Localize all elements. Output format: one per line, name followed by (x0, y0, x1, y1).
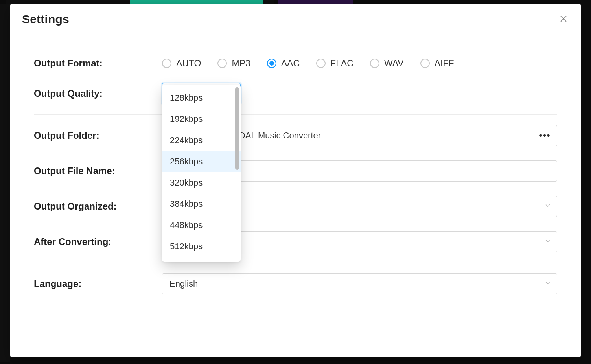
radio-option-aiff[interactable]: AIFF (420, 58, 454, 69)
label-output-organized: Output Organized: (34, 201, 162, 212)
radio-circle-icon (370, 59, 379, 68)
radio-dot-icon (269, 61, 274, 66)
modal-body: Output Format: AUTOMP3AACFLACWAVAIFF Out… (10, 35, 581, 317)
radio-circle-icon (162, 59, 171, 68)
radio-option-auto[interactable]: AUTO (162, 58, 201, 69)
radio-circle-icon (267, 59, 276, 68)
quality-option-256kbps[interactable]: 256kbps (162, 151, 241, 172)
radio-option-mp3[interactable]: MP3 (217, 58, 250, 69)
quality-option-128kbps[interactable]: 128kbps (162, 87, 241, 108)
close-button[interactable] (558, 14, 569, 25)
dropdown-output-quality[interactable]: 128kbps192kbps224kbps256kbps320kbps384kb… (162, 85, 241, 262)
radio-label: AAC (281, 58, 300, 69)
chevron-down-icon (544, 279, 551, 289)
quality-option-192kbps[interactable]: 192kbps (162, 108, 241, 130)
label-output-file-name: Output File Name: (34, 165, 162, 176)
row-language: Language: English (34, 266, 557, 301)
modal-title: Settings (22, 13, 69, 26)
language-control: English (162, 273, 557, 294)
section-divider (34, 263, 557, 263)
row-output-quality: Output Quality: 256kbps (34, 76, 557, 111)
ellipsis-icon: ••• (539, 131, 550, 141)
radio-circle-icon (420, 59, 430, 68)
output-format-options: AUTOMP3AACFLACWAVAIFF (162, 58, 557, 69)
select-language[interactable]: English (162, 273, 557, 294)
bg-tile (278, 0, 353, 4)
modal-header: Settings (10, 4, 581, 35)
radio-label: MP3 (232, 58, 250, 69)
browse-folder-button[interactable]: ••• (533, 125, 557, 146)
bg-left-strip (0, 4, 10, 362)
radio-label: FLAC (330, 58, 353, 69)
quality-option-448kbps[interactable]: 448kbps (162, 215, 241, 236)
select-language-value: English (169, 279, 198, 289)
row-output-file-name: Output File Name: (34, 153, 557, 189)
quality-option-512kbps[interactable]: 512kbps (162, 236, 241, 257)
radio-label: AIFF (435, 58, 454, 69)
chevron-down-icon (544, 237, 551, 247)
row-after-converting: After Converting: (34, 224, 557, 259)
radio-label: AUTO (176, 58, 201, 69)
settings-modal: Settings Output Format: AUTOMP3AACFLACWA… (10, 4, 581, 357)
radio-option-aac[interactable]: AAC (267, 58, 300, 69)
dropdown-scrollbar[interactable] (235, 87, 239, 170)
row-output-format: Output Format: AUTOMP3AACFLACWAVAIFF (34, 51, 557, 76)
bg-tile (130, 0, 263, 4)
quality-option-224kbps[interactable]: 224kbps (162, 130, 241, 151)
radio-group-output-format: AUTOMP3AACFLACWAVAIFF (162, 58, 557, 69)
label-after-converting: After Converting: (34, 236, 162, 247)
section-divider (34, 114, 557, 115)
quality-option-320kbps[interactable]: 320kbps (162, 172, 241, 193)
app-root: Settings Output Format: AUTOMP3AACFLACWA… (0, 0, 591, 364)
chevron-down-icon (544, 201, 551, 211)
row-output-folder: Output Folder: ••• (34, 118, 557, 153)
radio-label: WAV (384, 58, 404, 69)
radio-circle-icon (316, 59, 326, 68)
label-language: Language: (34, 278, 162, 289)
label-output-quality: Output Quality: (34, 88, 162, 99)
radio-circle-icon (217, 59, 227, 68)
radio-option-wav[interactable]: WAV (370, 58, 404, 69)
label-output-format: Output Format: (34, 58, 162, 69)
close-icon (559, 15, 568, 24)
row-output-organized: Output Organized: (34, 189, 557, 224)
quality-option-384kbps[interactable]: 384kbps (162, 193, 241, 215)
radio-option-flac[interactable]: FLAC (316, 58, 353, 69)
label-output-folder: Output Folder: (34, 130, 162, 141)
